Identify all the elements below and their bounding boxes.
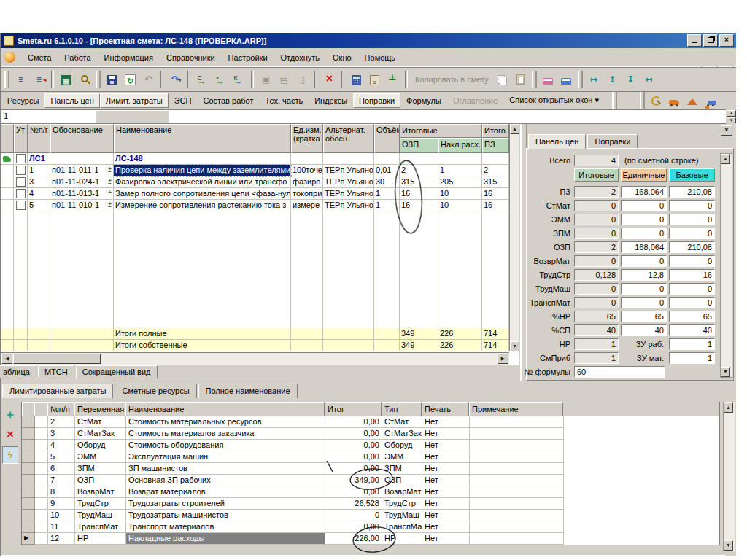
toolbar-grip[interactable] bbox=[532, 71, 537, 88]
panel-scrollbar[interactable]: ▲ ▼ bbox=[720, 153, 732, 378]
value-field[interactable]: 65 bbox=[621, 311, 667, 322]
project-tree-button[interactable] bbox=[12, 71, 30, 89]
estimate-row[interactable]: 1 п01-11-011-1 Проверка наличия цепи меж… bbox=[1, 165, 519, 176]
notebook-button[interactable] bbox=[365, 71, 384, 89]
paste-button[interactable] bbox=[511, 71, 530, 89]
row-selector[interactable] bbox=[22, 428, 35, 440]
limited-costs-row[interactable]: 12 НР Накладные расходы 226,00 НР Нет bbox=[22, 533, 719, 545]
toolbar-grip[interactable] bbox=[578, 71, 583, 88]
toolbar-grip[interactable] bbox=[4, 71, 9, 88]
menu-item[interactable]: Информация bbox=[98, 51, 160, 64]
col-edinichnye[interactable]: Единичные bbox=[621, 168, 667, 182]
estimate-row[interactable]: 4 п01-11-013-1 Замер полного сопротивлен… bbox=[1, 188, 519, 200]
copy-button[interactable] bbox=[493, 71, 511, 89]
row-selector[interactable] bbox=[22, 498, 35, 510]
row-selector[interactable] bbox=[22, 451, 35, 463]
col-itogovye[interactable]: Итоговые bbox=[574, 168, 619, 182]
view-tab[interactable]: Оглавление bbox=[447, 93, 503, 108]
approve-checkbox[interactable] bbox=[16, 189, 26, 198]
view-tab[interactable]: ЭСН bbox=[169, 93, 198, 108]
value-field[interactable]: 65 bbox=[669, 311, 715, 322]
view-tab[interactable]: Тех. часть bbox=[259, 93, 309, 108]
grid-horizontal-scrollbar[interactable]: ◀ ▶ bbox=[1, 352, 509, 365]
row-selector[interactable] bbox=[22, 440, 35, 451]
project-tree-jump-button[interactable] bbox=[30, 71, 48, 89]
value-field[interactable]: 0 bbox=[669, 214, 715, 225]
value-field[interactable]: 65 bbox=[574, 311, 619, 322]
menu-item[interactable]: Работа bbox=[58, 51, 97, 64]
menu-item[interactable]: Справочники bbox=[160, 51, 222, 64]
minimize-button[interactable] bbox=[687, 34, 702, 47]
value-field[interactable]: 16 bbox=[669, 269, 715, 281]
value-field[interactable]: ЗУ мат. bbox=[621, 352, 667, 364]
blank-page-button[interactable] bbox=[293, 71, 311, 89]
row-selector[interactable] bbox=[22, 416, 35, 428]
approve-checkbox[interactable] bbox=[16, 154, 26, 163]
col-header-alt[interactable]: Альтернат. обосн. bbox=[323, 124, 374, 153]
view-tab[interactable]: Список открытых окон▾ bbox=[503, 93, 605, 108]
scroll-up-icon[interactable]: ▲ bbox=[510, 124, 519, 134]
indent-left-button[interactable] bbox=[640, 71, 658, 89]
truck-button[interactable] bbox=[702, 91, 720, 109]
value-field[interactable]: 0 bbox=[669, 200, 715, 211]
value-field[interactable]: 0 bbox=[621, 228, 667, 239]
undo-button[interactable] bbox=[139, 71, 158, 89]
menu-item[interactable]: Окно bbox=[326, 51, 358, 64]
value-field[interactable]: 168,064 bbox=[621, 186, 667, 198]
close-button[interactable]: × bbox=[719, 34, 734, 47]
value-field[interactable]: ЗУ раб. bbox=[621, 338, 667, 350]
hammer-sickle-button[interactable] bbox=[647, 91, 665, 109]
limited-costs-row[interactable]: 7 ОЗП Основная ЗП рабочих 349,00 ОЗП Нет bbox=[22, 475, 719, 486]
price-panel-tab[interactable]: Поправки bbox=[587, 134, 638, 149]
view-tab[interactable]: Лимит. затраты bbox=[100, 93, 169, 108]
recalc-button[interactable] bbox=[166, 71, 185, 89]
toolbar-grip[interactable] bbox=[640, 92, 645, 109]
restore-button[interactable] bbox=[703, 34, 718, 47]
value-field[interactable]: 0 bbox=[574, 297, 619, 308]
limited-costs-row[interactable]: 5 ЭММ Эксплуатация машин 0,00 ЭММ Нет bbox=[22, 451, 719, 463]
value-field[interactable]: 210,08 bbox=[669, 186, 715, 198]
bottom-scrollbar[interactable]: ▲ ▼ bbox=[723, 402, 735, 551]
delete-button[interactable] bbox=[320, 71, 338, 89]
scrollbar-thumb[interactable] bbox=[13, 354, 101, 364]
add-row-button[interactable] bbox=[2, 407, 18, 424]
save-button[interactable] bbox=[103, 71, 121, 89]
value-field[interactable]: 0 bbox=[621, 283, 667, 295]
col-header-overhead[interactable]: Накл.расх. bbox=[438, 138, 482, 153]
col-header-name[interactable]: Наименование bbox=[125, 402, 325, 416]
insert-string-c-button[interactable] bbox=[193, 71, 212, 89]
col-header-pz[interactable]: ПЗ bbox=[482, 138, 509, 153]
grid-view-tab[interactable]: МТСН bbox=[38, 365, 74, 378]
search-button[interactable] bbox=[75, 71, 93, 89]
formula-number-field[interactable]: 60 bbox=[574, 366, 665, 378]
indent-down-button[interactable] bbox=[622, 71, 640, 89]
indent-up-button[interactable] bbox=[603, 71, 622, 89]
estimate-row[interactable]: 5 п01-11-010-1 Измерение сопротивления р… bbox=[1, 200, 519, 211]
bottom-tab[interactable]: Полное наименование bbox=[198, 384, 298, 398]
grid-view-tab[interactable]: аблица bbox=[0, 365, 36, 378]
view-tab[interactable]: Формулы bbox=[400, 93, 447, 108]
value-field[interactable]: 0,128 bbox=[574, 269, 619, 281]
view-tab[interactable]: Индексы bbox=[309, 93, 353, 108]
scroll-left-icon[interactable]: ◀ bbox=[1, 354, 12, 364]
value-field[interactable]: 0 bbox=[621, 297, 667, 308]
value-field[interactable]: 0 bbox=[574, 283, 619, 295]
insert-string-k-button[interactable] bbox=[230, 71, 248, 89]
value-field[interactable]: 0 bbox=[574, 228, 619, 239]
col-header-note[interactable]: Примечание bbox=[469, 402, 563, 416]
value-field[interactable]: 0 bbox=[669, 297, 715, 308]
value-field[interactable]: 0 bbox=[574, 214, 619, 225]
col-header-num[interactable]: №п/п bbox=[47, 402, 74, 416]
value-field[interactable]: 1 bbox=[574, 338, 619, 350]
value-field[interactable]: 12,8 bbox=[621, 269, 667, 281]
car-button[interactable] bbox=[665, 91, 684, 109]
menu-item[interactable]: Смета bbox=[21, 51, 58, 64]
col-header-unit[interactable]: Ед.изм. (кратка bbox=[291, 124, 323, 153]
recalculate-button[interactable] bbox=[2, 446, 18, 464]
bottom-tab[interactable]: Лимитированные затраты bbox=[2, 384, 113, 398]
book-pink-button[interactable] bbox=[539, 71, 557, 89]
grid-view-tab[interactable]: Сокращенный вид bbox=[76, 365, 158, 378]
excel-export-button[interactable] bbox=[57, 71, 75, 89]
col-bazovye[interactable]: Базовые bbox=[669, 168, 715, 182]
row-selector[interactable] bbox=[22, 510, 35, 521]
